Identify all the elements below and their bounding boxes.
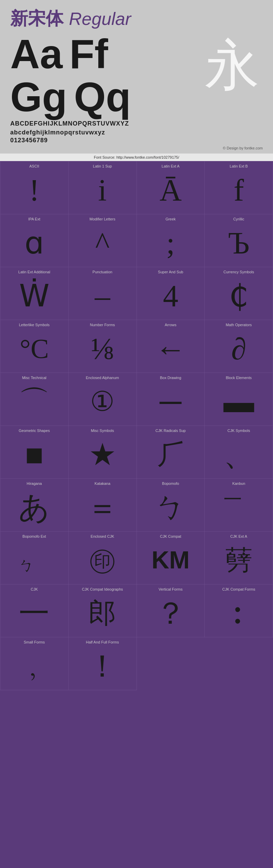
cell-char: Ъ bbox=[228, 222, 250, 263]
grid-cell: Enclosed Alphanum① bbox=[69, 373, 137, 426]
grid-cell: Bopomofo Extㆴ bbox=[0, 532, 69, 584]
cell-label: Geometric Shapes bbox=[2, 429, 66, 433]
grid-section: ASCII!Latin 1 SupiLatin Ext AĀLatin Ext … bbox=[0, 161, 273, 690]
cell-label: CJK Symbols bbox=[207, 429, 271, 433]
cell-char: ★ bbox=[89, 434, 116, 475]
cell-char: – bbox=[95, 275, 110, 316]
cell-char: Ẇ bbox=[19, 275, 49, 316]
cell-label: Latin Ext Additional bbox=[2, 270, 66, 274]
cell-label: CJK Compat Forms bbox=[207, 587, 271, 591]
grid-cell: Bopomofoㄅ bbox=[137, 479, 205, 532]
header-title: 新宋体 Regular bbox=[10, 7, 263, 31]
big-letter-g: Gg bbox=[10, 75, 67, 118]
cell-char: °C bbox=[20, 328, 49, 369]
cell-label: Greek bbox=[139, 217, 203, 221]
big-letter-a: Aa bbox=[10, 32, 62, 75]
credit: © Design by fontke.com bbox=[10, 146, 263, 150]
cell-char: KM bbox=[152, 540, 190, 581]
cell-label: Half And Full Forms bbox=[71, 640, 134, 644]
cell-label: CJK Ext A bbox=[207, 534, 271, 538]
big-letters-left: Aa Ff Gg Qq bbox=[10, 32, 205, 118]
grid-cell: Latin Ext Bf bbox=[205, 161, 273, 214]
cell-label: Block Elements bbox=[207, 376, 271, 380]
grid-cell: Half And Full Forms！ bbox=[69, 637, 137, 690]
title-chinese: 新宋体 bbox=[10, 7, 63, 31]
grid-cell: CJK Symbols、 bbox=[205, 426, 273, 479]
cell-char: ^ bbox=[95, 222, 110, 263]
alphabet-lower: abcdefghijklmnopqrstuvwxyz bbox=[10, 129, 263, 136]
cell-char: i bbox=[98, 170, 107, 211]
grid-cell: Currency Symbols₵ bbox=[205, 267, 273, 320]
cell-label: Currency Symbols bbox=[207, 270, 271, 274]
big-letter-line-1: Aa Ff bbox=[10, 32, 205, 75]
grid-cell: Block Elements▬ bbox=[205, 373, 273, 426]
grid-cell: ASCII! bbox=[0, 161, 69, 214]
grid-cell: Small Forms﹐ bbox=[0, 637, 69, 690]
grid-cell: Kanbun㆒ bbox=[205, 479, 273, 532]
cell-label: Small Forms bbox=[2, 640, 66, 644]
cell-label: Math Operators bbox=[207, 323, 271, 327]
cell-char: ？ bbox=[155, 593, 186, 634]
big-letters-row: Aa Ff Gg Qq 永 bbox=[10, 32, 263, 118]
grid-cell: IPA Extɑ bbox=[0, 214, 69, 267]
grid-cell: Latin 1 Supi bbox=[69, 161, 137, 214]
yong-char: 永 bbox=[205, 29, 259, 103]
cell-label: Letterlike Symbols bbox=[2, 323, 66, 327]
cell-char: ■ bbox=[25, 434, 43, 475]
cell-label: CJK Radicals Sup bbox=[139, 429, 203, 433]
cell-char: 一 bbox=[19, 593, 49, 634]
cell-label: Misc Technical bbox=[2, 376, 66, 380]
cell-char: ⌒ bbox=[19, 381, 49, 422]
header-section: 新宋体 Regular Aa Ff Gg Qq 永 ABCDEFGHIJKLMN… bbox=[0, 0, 273, 154]
cell-char: ︰ bbox=[224, 593, 254, 634]
cell-label: IPA Ext bbox=[2, 217, 66, 221]
cell-char: ＝ bbox=[87, 487, 118, 528]
cell-char: ⅛ bbox=[91, 328, 114, 369]
grid-cell: CJK Compat Ideographs郎 bbox=[69, 584, 137, 637]
grid-cell: Arrows← bbox=[137, 320, 205, 373]
cell-char: ─ bbox=[160, 381, 182, 422]
alphabet-upper: ABCDEFGHIJKLMNOPQRSTUVWXYZ bbox=[10, 120, 263, 127]
cell-char: ! bbox=[29, 170, 39, 211]
cell-label: Latin 1 Sup bbox=[71, 164, 134, 168]
cell-char: ∂ bbox=[231, 328, 246, 369]
cell-label: Super And Sub bbox=[139, 270, 203, 274]
grid-cell: CJK Compat Forms︰ bbox=[205, 584, 273, 637]
cell-char: ▬ bbox=[224, 381, 254, 422]
big-letter-line-2: Gg Qq bbox=[10, 75, 205, 118]
grid-cell: Hiraganaあ bbox=[0, 479, 69, 532]
cell-char: 㔑 bbox=[225, 540, 253, 581]
cell-label: Misc Symbols bbox=[71, 429, 134, 433]
cell-char: 郎 bbox=[89, 593, 116, 634]
cell-char: ; bbox=[166, 222, 175, 263]
cell-label: Bopomofo Ext bbox=[2, 534, 66, 538]
cell-label: CJK Compat bbox=[139, 534, 203, 538]
cell-char: ㆒ bbox=[224, 487, 254, 528]
grid-cell: Vertical Forms？ bbox=[137, 584, 205, 637]
grid-cell: CJK Radicals Sup⺁ bbox=[137, 426, 205, 479]
grid-cell: Modifier Letters^ bbox=[69, 214, 137, 267]
cell-label: Modifier Letters bbox=[71, 217, 134, 221]
cell-label: Katakana bbox=[71, 481, 134, 486]
font-source: Font Source: http://www.fontke.com/font/… bbox=[0, 154, 273, 161]
title-regular: Regular bbox=[69, 9, 131, 29]
grid-cell: Box Drawing─ bbox=[137, 373, 205, 426]
grid-cell: Latin Ext AĀ bbox=[137, 161, 205, 214]
cell-label: Bopomofo bbox=[139, 481, 203, 486]
cell-label: Arrows bbox=[139, 323, 203, 327]
cell-label: Kanbun bbox=[207, 481, 271, 486]
cell-char: f bbox=[234, 170, 244, 211]
cell-label: CJK Compat Ideographs bbox=[71, 587, 134, 591]
grid-cell: CJK一 bbox=[0, 584, 69, 637]
grid-cell: Enclosed CJK㊞ bbox=[69, 532, 137, 584]
grid-cell: Punctuation– bbox=[69, 267, 137, 320]
cell-char: ← bbox=[155, 328, 186, 369]
cell-char: ㆴ bbox=[19, 540, 50, 581]
cell-label: Number Forms bbox=[71, 323, 134, 327]
cell-label: Enclosed CJK bbox=[71, 534, 134, 538]
grid-cell: CJK CompatKM bbox=[137, 532, 205, 584]
cell-char: ！ bbox=[87, 646, 118, 686]
cell-label: Latin Ext B bbox=[207, 164, 271, 168]
cell-label: Latin Ext A bbox=[139, 164, 203, 168]
grid-cell: Math Operators∂ bbox=[205, 320, 273, 373]
